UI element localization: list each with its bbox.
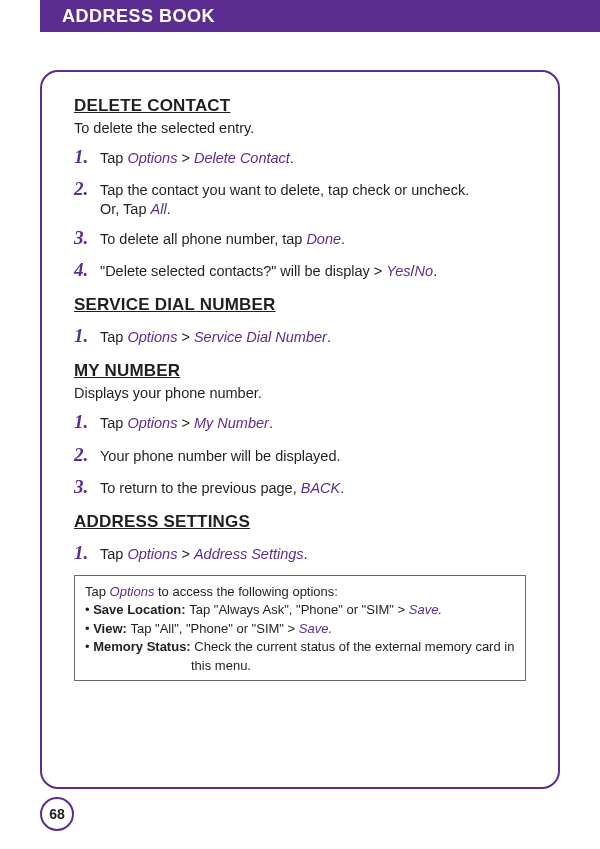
my-number-step-1: 1. Tap Options > My Number. (74, 411, 526, 433)
delete-contact-intro: To delete the selected entry. (74, 120, 526, 136)
my-number-intro: Displays your phone number. (74, 385, 526, 401)
section-address-settings-title: ADDRESS SETTINGS (74, 512, 526, 532)
section-delete-contact-title: DELETE CONTACT (74, 96, 526, 116)
my-number-step-3: 3. To return to the previous page, BACK. (74, 476, 526, 498)
options-box-line-1: Tap Options to access the following opti… (85, 583, 517, 601)
step-body: To delete all phone number, tap Done. (100, 229, 345, 249)
step-number: 4. (74, 259, 94, 281)
delete-contact-step-2: 2. Tap the contact you want to delete, t… (74, 178, 526, 200)
step-body: Your phone number will be displayed. (100, 446, 340, 466)
step-number: 1. (74, 146, 94, 168)
options-box-line-2: • Save Location: Tap "Always Ask", "Phon… (85, 601, 517, 619)
delete-contact-step-2-or: Or, Tap All. (100, 201, 526, 217)
step-body: Tap the contact you want to delete, tap … (100, 180, 469, 200)
step-number: 1. (74, 542, 94, 564)
service-dial-step-1: 1. Tap Options > Service Dial Number. (74, 325, 526, 347)
step-body: "Delete selected contacts?" will be disp… (100, 261, 437, 281)
page-title: ADDRESS BOOK (62, 6, 215, 27)
step-number: 2. (74, 178, 94, 200)
options-box-line-4-cont: this menu. (85, 657, 517, 675)
step-number: 3. (74, 476, 94, 498)
section-service-dial-title: SERVICE DIAL NUMBER (74, 295, 526, 315)
step-number: 2. (74, 444, 94, 466)
step-number: 1. (74, 325, 94, 347)
delete-contact-step-4: 4. "Delete selected contacts?" will be d… (74, 259, 526, 281)
delete-contact-step-1: 1. Tap Options > Delete Contact. (74, 146, 526, 168)
step-body: Tap Options > My Number. (100, 413, 273, 433)
my-number-step-2: 2. Your phone number will be displayed. (74, 444, 526, 466)
step-body: To return to the previous page, BACK. (100, 478, 344, 498)
content-frame: DELETE CONTACT To delete the selected en… (40, 70, 560, 789)
page-number-badge: 68 (40, 797, 74, 831)
step-number: 1. (74, 411, 94, 433)
page-header: ADDRESS BOOK (40, 0, 600, 32)
step-number: 3. (74, 227, 94, 249)
options-box: Tap Options to access the following opti… (74, 575, 526, 682)
options-box-line-4: • Memory Status: Check the current statu… (85, 638, 517, 656)
step-body: Tap Options > Delete Contact. (100, 148, 294, 168)
page-number: 68 (49, 806, 65, 822)
address-settings-step-1: 1. Tap Options > Address Settings. (74, 542, 526, 564)
step-body: Tap Options > Service Dial Number. (100, 327, 331, 347)
section-my-number-title: MY NUMBER (74, 361, 526, 381)
step-body: Tap Options > Address Settings. (100, 544, 308, 564)
delete-contact-step-3: 3. To delete all phone number, tap Done. (74, 227, 526, 249)
options-box-line-3: • View: Tap "All", "Phone" or "SIM" > Sa… (85, 620, 517, 638)
